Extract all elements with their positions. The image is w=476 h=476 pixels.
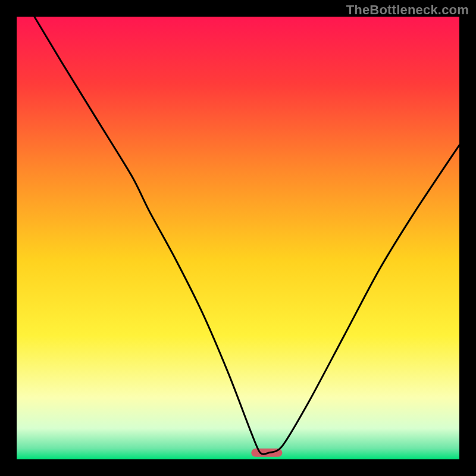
watermark-text: TheBottleneck.com [346, 2, 469, 18]
gradient-background [17, 17, 459, 459]
chart-frame: TheBottleneck.com [0, 0, 476, 476]
plot-svg [17, 17, 459, 459]
plot-area [17, 17, 459, 459]
